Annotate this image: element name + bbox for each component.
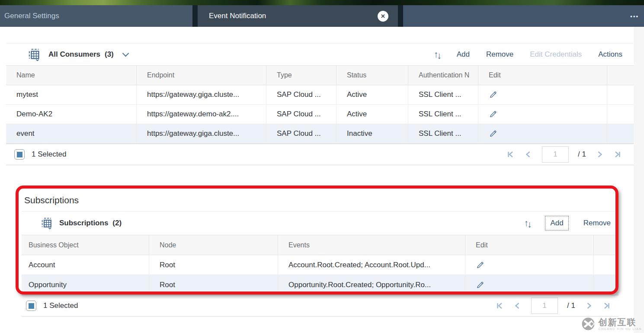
edit-pencil-icon[interactable]: [476, 281, 484, 289]
subscriptions-footer: 1 Selected / 1: [22, 295, 618, 317]
cell-auth: SSL Client ...: [408, 124, 478, 143]
tab-event-notification[interactable]: Event Notification ✕: [198, 5, 398, 27]
selected-count-label: 1 Selected: [32, 150, 66, 159]
cell-business-object: Opportunity: [22, 275, 149, 295]
cell-blank: [593, 255, 618, 275]
page-right-gutter: [634, 27, 644, 333]
tab-separator: [192, 5, 198, 27]
table-row[interactable]: Account Root Account.Root.Created; Accou…: [22, 255, 618, 275]
subscriptions-header-row: Business Object Node Events Edit: [22, 235, 618, 255]
page-total-label: / 1: [567, 301, 575, 310]
checkbox-partial-mark: [29, 303, 34, 309]
last-page-icon[interactable]: [613, 150, 622, 159]
column-header-endpoint: Endpoint: [136, 66, 266, 85]
actions-button[interactable]: Actions: [598, 50, 622, 59]
column-header-type: Type: [266, 66, 336, 85]
cell-type: SAP Cloud ...: [266, 105, 336, 124]
previous-page-icon[interactable]: [513, 301, 522, 310]
arrow-up-icon: ↑: [524, 218, 527, 228]
cell-status: Active: [336, 105, 408, 124]
arrow-down-icon: ↓: [527, 219, 531, 230]
select-all-checkbox[interactable]: [26, 301, 36, 311]
subscriptions-panel: Subscriptions Subscriptions (2) ↑ ↓ Add: [22, 189, 618, 317]
cell-name: Demo-AK2: [6, 105, 136, 124]
next-page-icon[interactable]: [584, 301, 593, 310]
subscriptions-toolbar-left: Subscriptions (2): [41, 217, 122, 229]
arrow-down-icon: ↓: [437, 51, 440, 61]
watermark-chinese-text: 创新互联: [598, 318, 642, 327]
column-header-authentication: Authentication N: [408, 66, 478, 85]
arrow-up-icon: ↑: [434, 49, 437, 60]
page-total-label: / 1: [578, 150, 586, 159]
select-all-checkbox[interactable]: [14, 149, 25, 160]
edit-pencil-icon[interactable]: [489, 90, 497, 99]
table-view-icon[interactable]: [28, 48, 41, 61]
table-row-selected[interactable]: Opportunity Root Opportunity.Root.Create…: [22, 275, 618, 295]
column-header-business-object: Business Object: [22, 235, 149, 255]
tab-event-notification-label: Event Notification: [209, 12, 266, 20]
column-header-name: Name: [6, 66, 136, 85]
subscriptions-title: Subscriptions: [59, 219, 108, 227]
table-row[interactable]: Demo-AK2 https://gateway.demo-ak2.... SA…: [6, 105, 634, 124]
last-page-icon[interactable]: [602, 301, 611, 310]
column-header-edit: Edit: [478, 66, 607, 85]
background-image-strip: [0, 0, 644, 5]
page-number-input[interactable]: [531, 298, 558, 314]
cell-auth: SSL Client ...: [408, 105, 478, 124]
table-row[interactable]: mytest https://gateway.giga.cluste... SA…: [6, 85, 634, 105]
add-button[interactable]: Add: [545, 216, 568, 231]
edit-pencil-icon[interactable]: [476, 261, 484, 269]
sort-icon[interactable]: ↑ ↓: [434, 49, 440, 60]
tab-general-settings-label: General Settings: [4, 12, 59, 20]
subscriptions-toolbar: Subscriptions (2) ↑ ↓ Add Remove: [22, 211, 618, 235]
consumers-footer: 1 Selected / 1: [6, 144, 634, 165]
column-header-blank: [593, 235, 618, 255]
cell-status: Inactive: [336, 124, 408, 143]
pagination: / 1: [506, 146, 634, 163]
column-header-status: Status: [336, 66, 408, 85]
watermark-latin-text: CHUANG XIN HU LIAN: [598, 327, 642, 330]
edit-pencil-icon[interactable]: [489, 129, 497, 138]
page-number-input[interactable]: [542, 146, 569, 163]
tab-general-settings[interactable]: General Settings: [0, 5, 192, 27]
cell-blank: [607, 124, 634, 143]
cell-blank: [607, 105, 634, 124]
tab-bar-spacer: •••: [403, 5, 644, 27]
add-button[interactable]: Add: [457, 50, 470, 59]
table-row-selected[interactable]: event https://gateway.giga.cluste... SAP…: [6, 124, 634, 144]
edit-pencil-icon[interactable]: [489, 110, 497, 118]
cell-events: Account.Root.Created; Account.Root.Upd..…: [278, 255, 465, 275]
cell-node: Root: [149, 255, 278, 275]
column-header-node: Node: [149, 235, 278, 255]
consumers-toolbar: All Consumers (3) ↑ ↓ Add Remove Edit Cr…: [6, 43, 634, 66]
first-page-icon[interactable]: [506, 150, 515, 159]
cell-type: SAP Cloud ...: [266, 124, 336, 143]
top-tab-bar: General Settings Event Notification ✕ ••…: [0, 0, 644, 27]
table-view-icon[interactable]: [41, 217, 53, 229]
cell-endpoint: https://gateway.giga.cluste...: [136, 85, 266, 104]
overflow-menu-icon[interactable]: •••: [630, 13, 639, 19]
cell-blank: [593, 275, 618, 295]
cell-events: Opportunity.Root.Created; Opportunity.Ro…: [278, 275, 465, 295]
cell-endpoint: https://gateway.giga.cluste...: [136, 124, 266, 143]
next-page-icon[interactable]: [595, 150, 604, 159]
previous-page-icon[interactable]: [524, 150, 533, 159]
remove-button[interactable]: Remove: [583, 219, 611, 227]
cell-endpoint: https://gateway.demo-ak2....: [136, 105, 266, 124]
remove-button[interactable]: Remove: [486, 50, 513, 59]
consumers-toolbar-left: All Consumers (3): [28, 48, 128, 61]
first-page-icon[interactable]: [496, 301, 504, 310]
watermark: 创新互联 CHUANG XIN HU LIAN: [580, 316, 642, 332]
chevron-down-icon[interactable]: [122, 50, 129, 57]
column-header-blank: [607, 66, 634, 85]
cell-status: Active: [336, 85, 408, 104]
close-tab-icon[interactable]: ✕: [378, 11, 388, 22]
cell-name: mytest: [6, 85, 136, 104]
sort-icon[interactable]: ↑ ↓: [524, 218, 530, 228]
column-header-events: Events: [278, 235, 465, 255]
consumers-title: All Consumers: [48, 50, 100, 59]
edit-credentials-button[interactable]: Edit Credentials: [530, 50, 582, 59]
cell-business-object: Account: [22, 255, 149, 275]
subscriptions-heading: Subscriptions: [22, 189, 618, 211]
watermark-logo-icon: [580, 316, 596, 332]
